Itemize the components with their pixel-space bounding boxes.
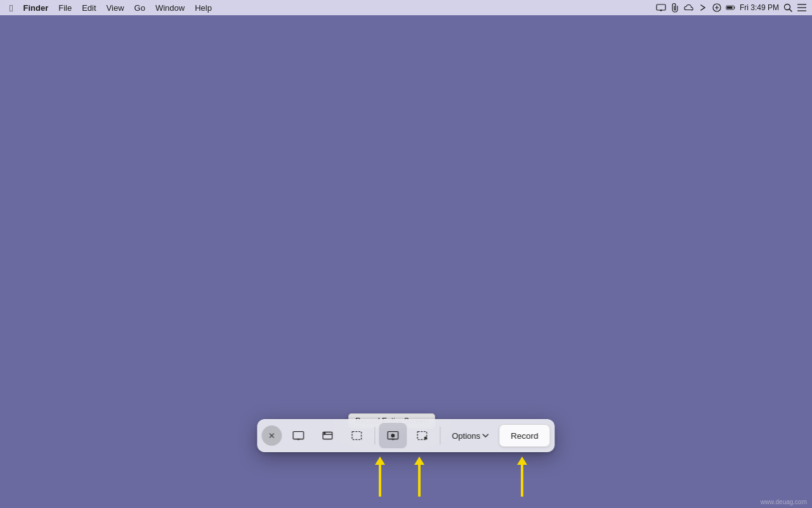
watermark: www.deuag.com [761, 498, 807, 505]
arrow-record-selection [414, 457, 424, 497]
arrows-group [381, 457, 424, 497]
go-menu[interactable]: Go [130, 0, 150, 15]
screenshot-toolbar: Options Record [257, 419, 554, 452]
finder-menu[interactable]: Finder [18, 0, 53, 15]
svg-rect-0 [657, 4, 665, 10]
close-button[interactable] [261, 425, 282, 446]
apple-menu[interactable]:  [5, 0, 17, 15]
separator1 [374, 427, 375, 444]
svg-rect-19 [352, 432, 362, 440]
svg-point-25 [424, 436, 428, 439]
record-screen-btn[interactable] [379, 423, 407, 448]
record-button[interactable]: Record [499, 424, 551, 447]
separator2 [440, 427, 440, 444]
bluetooth-icon[interactable] [698, 3, 708, 13]
options-button[interactable]: Options [444, 423, 496, 448]
menubar-left:  Finder File Edit View Go Window Help [5, 0, 216, 15]
clock: Fri 3:49 PM [740, 3, 779, 12]
link-icon[interactable] [712, 3, 722, 13]
menubar-right: Fri 3:49 PM [656, 3, 807, 13]
list-icon[interactable] [797, 3, 807, 13]
screenshot-selection-btn[interactable] [343, 423, 370, 448]
desktop: Record Entire Screen [0, 15, 812, 508]
help-menu[interactable]: Help [190, 0, 216, 15]
window-menu[interactable]: Window [151, 0, 189, 15]
arrow-record-btn [517, 457, 527, 497]
svg-line-7 [790, 10, 792, 12]
view-menu[interactable]: View [102, 0, 129, 15]
screenshot-window-btn[interactable] [313, 423, 341, 448]
battery-icon[interactable] [726, 3, 736, 13]
chevron-down-icon [482, 434, 488, 438]
arrow-record-screen [375, 457, 385, 497]
record-selection-btn[interactable] [408, 423, 436, 448]
svg-rect-5 [727, 6, 733, 9]
svg-point-23 [391, 434, 395, 438]
edit-menu[interactable]: Edit [77, 0, 100, 15]
search-icon[interactable] [783, 3, 793, 13]
file-menu[interactable]: File [54, 0, 76, 15]
svg-rect-13 [293, 432, 304, 439]
screenshot-fullscreen-btn[interactable] [284, 423, 312, 448]
paperclip-icon[interactable] [670, 3, 680, 13]
cloud-icon[interactable] [684, 3, 694, 13]
svg-point-18 [324, 432, 325, 434]
menubar:  Finder File Edit View Go Window Help [0, 0, 812, 15]
screen-icon[interactable] [656, 3, 666, 13]
